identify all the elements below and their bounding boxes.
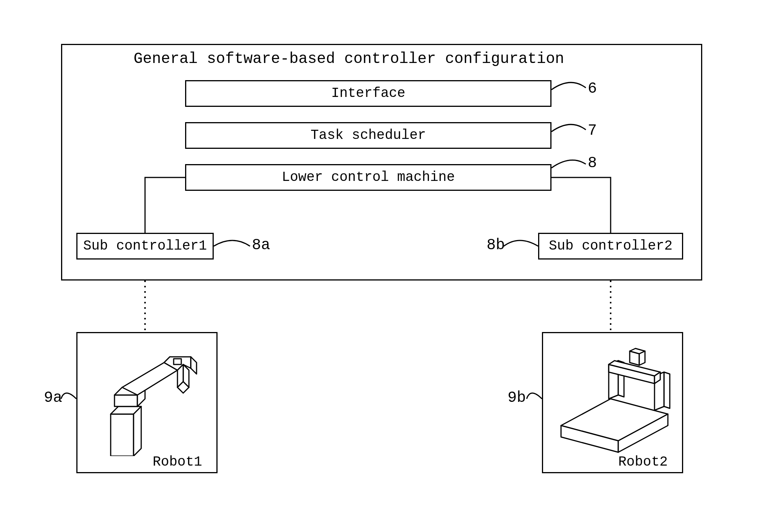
robot-1-icon [88,342,206,456]
task-scheduler-block: Task scheduler [185,122,551,149]
task-scheduler-label: Task scheduler [311,129,426,142]
svg-marker-26 [639,351,645,365]
ref-task-scheduler: 7 [588,122,597,139]
svg-marker-9 [191,357,197,374]
ref-lower-control: 8 [588,155,597,172]
ref-robot2: 9b [508,389,526,406]
robot-1-label: Robot1 [153,454,202,470]
diagram-title: General software-based controller config… [134,50,564,68]
sub-controller-2-label: Sub controller2 [549,239,672,253]
svg-marker-13 [174,359,181,364]
svg-marker-20 [664,372,670,408]
interface-label: Interface [331,87,405,100]
ref-sub1: 8a [252,237,270,254]
robot-2-icon [553,342,672,456]
sub-controller-2-block: Sub controller2 [538,233,683,260]
svg-marker-0 [111,414,134,456]
diagram-canvas: General software-based controller config… [0,0,761,532]
interface-block: Interface [185,80,551,107]
lower-control-label: Lower control machine [282,171,455,184]
sub-controller-1-label: Sub controller1 [83,239,207,253]
ref-sub2: 8b [487,237,505,254]
lower-control-block: Lower control machine [185,164,551,191]
ref-interface: 6 [588,80,597,97]
ref-robot1: 9a [44,389,62,406]
svg-marker-3 [114,395,137,406]
sub-controller-1-block: Sub controller1 [76,233,214,260]
svg-marker-6 [122,363,177,395]
svg-marker-2 [134,406,141,456]
robot-2-label: Robot2 [618,454,668,470]
